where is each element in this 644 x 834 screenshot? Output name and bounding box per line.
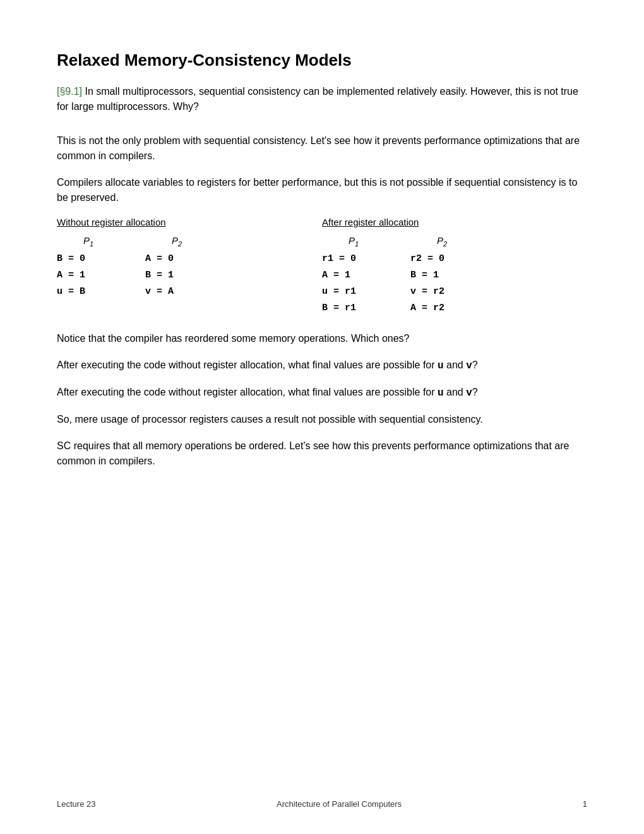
- paragraph-1: This is not the only problem with sequen…: [57, 133, 587, 164]
- after-table-p2: After executing the code without registe…: [57, 358, 587, 373]
- footer-center: Architecture of Parallel Computers: [277, 799, 402, 809]
- u-code-2: u: [438, 387, 444, 399]
- left-p1-line-2: A = 1: [57, 268, 120, 283]
- left-p2-line-2: B = 1: [145, 268, 208, 283]
- footer: Lecture 23 Architecture of Parallel Comp…: [57, 799, 587, 809]
- right-p1-label: P1: [322, 235, 385, 248]
- right-header: After register allocation: [322, 217, 587, 227]
- v-code: v: [466, 360, 472, 372]
- left-p2-col: P2 A = 0 B = 1 v = A: [145, 235, 208, 299]
- right-column-group: After register allocation P1 r1 = 0 A = …: [322, 217, 587, 320]
- left-processors-row: P1 B = 0 A = 1 u = B P2 A = 0 B = 1 v = …: [57, 235, 322, 299]
- right-p2-label: P2: [410, 235, 474, 248]
- page: Relaxed Memory-Consistency Models [§9.1]…: [0, 0, 644, 834]
- right-processors-row: P1 r1 = 0 A = 1 u = r1 B = r1 P2 r2 = 0 …: [322, 235, 587, 316]
- after-table-p4: So, mere usage of processor registers ca…: [57, 412, 587, 427]
- u-code: u: [438, 360, 444, 372]
- after-table-p3: After executing the code without registe…: [57, 385, 587, 401]
- right-p1-line-3: u = r1: [322, 284, 385, 299]
- left-p1-label: P1: [57, 235, 120, 248]
- left-p1-col: P1 B = 0 A = 1 u = B: [57, 235, 120, 299]
- v-code-2: v: [466, 387, 472, 399]
- left-header: Without register allocation: [57, 217, 322, 227]
- right-p2-line-3: v = r2: [410, 284, 474, 299]
- section-ref: [§9.1]: [57, 86, 82, 97]
- after-table-p5: SC requires that all memory operations b…: [57, 438, 587, 469]
- right-p2-col: P2 r2 = 0 B = 1 v = r2 A = r2: [410, 235, 474, 316]
- right-p2-line-4: A = r2: [410, 301, 474, 316]
- page-title: Relaxed Memory-Consistency Models: [57, 51, 587, 70]
- right-p1-col: P1 r1 = 0 A = 1 u = r1 B = r1: [322, 235, 385, 316]
- after-table-p1: Notice that the compiler has reordered s…: [57, 331, 587, 346]
- left-column-group: Without register allocation P1 B = 0 A =…: [57, 217, 322, 303]
- right-p1-line-1: r1 = 0: [322, 251, 385, 267]
- left-p1-line-1: B = 0: [57, 251, 120, 267]
- right-p1-line-4: B = r1: [322, 301, 385, 316]
- left-p1-line-3: u = B: [57, 284, 120, 299]
- right-p1-line-2: A = 1: [322, 268, 385, 283]
- footer-left: Lecture 23: [57, 799, 95, 809]
- left-p2-line-1: A = 0: [145, 251, 208, 267]
- left-p2-line-3: v = A: [145, 284, 208, 299]
- code-table-section: Without register allocation P1 B = 0 A =…: [57, 217, 587, 320]
- right-p2-line-1: r2 = 0: [410, 251, 474, 267]
- left-p2-label: P2: [145, 235, 208, 248]
- paragraph-2: Compilers allocate variables to register…: [57, 175, 587, 205]
- right-p2-line-2: B = 1: [410, 268, 474, 283]
- intro-text: In small multiprocessors, sequential con…: [57, 86, 578, 112]
- footer-right: 1: [583, 799, 587, 809]
- intro-paragraph: [§9.1] In small multiprocessors, sequent…: [57, 84, 587, 114]
